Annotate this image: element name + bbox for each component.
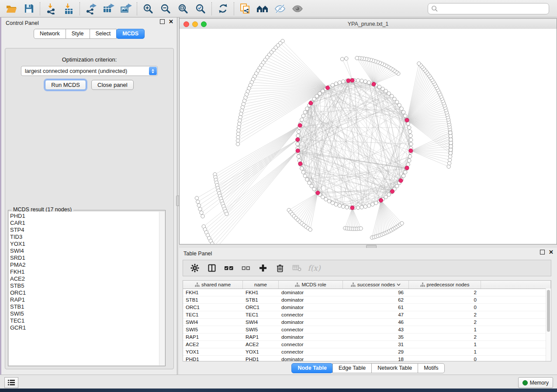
network-node[interactable] bbox=[237, 125, 241, 129]
mcds-node[interactable] bbox=[298, 162, 302, 166]
network-node[interactable] bbox=[447, 165, 450, 168]
table-row[interactable]: SWI4SWI4dominator462 bbox=[183, 319, 551, 326]
window-zoom-icon[interactable] bbox=[201, 21, 207, 27]
delete-column-button[interactable] bbox=[273, 262, 287, 274]
network-node[interactable] bbox=[387, 193, 391, 196]
save-session-button[interactable] bbox=[20, 1, 38, 16]
first-neighbors-button[interactable] bbox=[254, 1, 271, 16]
network-node[interactable] bbox=[409, 138, 413, 141]
network-node[interactable] bbox=[236, 132, 240, 136]
tab-edge-table[interactable]: Edge Table bbox=[332, 363, 372, 373]
network-node[interactable] bbox=[324, 197, 328, 201]
zoom-in-button[interactable] bbox=[139, 1, 157, 16]
close-panel-icon[interactable]: ✕ bbox=[549, 250, 554, 254]
table-row[interactable]: SWI5SWI5connector431 bbox=[183, 326, 551, 334]
network-node[interactable] bbox=[297, 155, 300, 158]
network-node[interactable] bbox=[449, 144, 453, 148]
network-node[interactable] bbox=[449, 141, 453, 144]
mcds-node[interactable] bbox=[372, 82, 376, 86]
mcds-result-item[interactable]: GCR1 bbox=[10, 324, 159, 331]
table-settings-button[interactable] bbox=[188, 262, 201, 274]
table-row[interactable]: FKH1FKH1dominator962 bbox=[183, 289, 551, 296]
network-node[interactable] bbox=[334, 203, 338, 206]
column-header-MCDS-role[interactable]: MCDS role bbox=[279, 281, 343, 289]
mcds-result-item[interactable]: STB5 bbox=[10, 282, 159, 289]
mcds-result-item[interactable]: SWI4 bbox=[10, 248, 159, 254]
network-node[interactable] bbox=[341, 80, 345, 83]
table-row[interactable]: STB1STB1dominator620 bbox=[183, 296, 551, 304]
network-node[interactable] bbox=[367, 204, 370, 207]
network-node[interactable] bbox=[239, 112, 243, 116]
open-session-button[interactable] bbox=[3, 1, 20, 16]
delete-table-button[interactable] bbox=[291, 262, 304, 274]
network-node[interactable] bbox=[239, 115, 242, 119]
mcds-result-item[interactable]: TEC1 bbox=[10, 317, 159, 324]
network-node[interactable] bbox=[341, 205, 345, 208]
network-graph[interactable] bbox=[180, 29, 557, 244]
mcds-result-item[interactable]: FKH1 bbox=[10, 268, 159, 275]
mcds-result-item[interactable]: CAR1 bbox=[10, 220, 159, 227]
network-node[interactable] bbox=[303, 110, 307, 114]
network-node[interactable] bbox=[449, 148, 453, 151]
criterion-dropdown[interactable]: largest connected component (undirected) bbox=[21, 66, 158, 76]
network-node[interactable] bbox=[377, 85, 381, 89]
show-panels-button[interactable] bbox=[4, 377, 18, 388]
network-node[interactable] bbox=[315, 94, 318, 98]
column-header-predecessor-nodes[interactable]: predecessor nodes bbox=[409, 281, 481, 289]
window-minimize-icon[interactable] bbox=[192, 21, 198, 27]
network-node[interactable] bbox=[318, 92, 322, 95]
network-node[interactable] bbox=[321, 195, 325, 199]
network-node[interactable] bbox=[300, 118, 304, 121]
horizontal-splitter[interactable] bbox=[179, 244, 557, 248]
network-node[interactable] bbox=[236, 135, 240, 139]
network-window-titlebar[interactable]: YPA_prune.txt_1 bbox=[180, 19, 557, 29]
table-row[interactable]: ACE2ACE2connector311 bbox=[183, 341, 551, 348]
network-node[interactable] bbox=[198, 207, 202, 211]
mcds-node[interactable] bbox=[399, 179, 403, 182]
hide-selected-button[interactable] bbox=[271, 1, 289, 16]
network-node[interactable] bbox=[201, 214, 204, 218]
table-row[interactable]: PHD1PHD1dominator180 bbox=[183, 356, 551, 361]
network-node[interactable] bbox=[195, 196, 198, 200]
mcds-result-item[interactable]: STB1 bbox=[10, 303, 159, 310]
network-node[interactable] bbox=[334, 82, 338, 86]
network-node[interactable] bbox=[407, 159, 411, 162]
mcds-result-item[interactable]: SWI5 bbox=[10, 310, 159, 317]
mcds-result-item[interactable]: TID3 bbox=[10, 234, 159, 241]
network-node[interactable] bbox=[196, 200, 200, 203]
network-node[interactable] bbox=[345, 57, 348, 60]
network-node[interactable] bbox=[447, 162, 451, 165]
mcds-node[interactable] bbox=[405, 118, 409, 122]
close-panel-icon[interactable]: ✕ bbox=[169, 20, 173, 24]
network-node[interactable] bbox=[331, 201, 334, 205]
network-node[interactable] bbox=[300, 167, 304, 170]
network-node[interactable] bbox=[363, 205, 367, 208]
search-input[interactable] bbox=[428, 3, 549, 14]
network-node[interactable] bbox=[356, 206, 360, 210]
zoom-fit-button[interactable] bbox=[174, 1, 192, 16]
network-node[interactable] bbox=[449, 151, 452, 155]
scrollbar-thumb[interactable] bbox=[547, 290, 550, 332]
network-node[interactable] bbox=[393, 97, 396, 101]
network-node[interactable] bbox=[403, 170, 407, 174]
network-node[interactable] bbox=[384, 195, 387, 199]
mcds-result-item[interactable]: ORC1 bbox=[10, 289, 159, 296]
table-scrollbar[interactable] bbox=[546, 289, 551, 361]
network-node[interactable] bbox=[398, 103, 401, 107]
network-node[interactable] bbox=[401, 174, 405, 178]
network-node[interactable] bbox=[355, 56, 359, 60]
network-node[interactable] bbox=[403, 114, 407, 117]
memory-button[interactable]: Memory bbox=[518, 377, 553, 388]
network-node[interactable] bbox=[448, 158, 451, 162]
network-node[interactable] bbox=[384, 89, 387, 93]
show-all-button[interactable] bbox=[289, 1, 306, 16]
mcds-node[interactable] bbox=[325, 86, 329, 90]
network-node[interactable] bbox=[449, 138, 453, 141]
network-node[interactable] bbox=[338, 204, 341, 207]
network-node[interactable] bbox=[407, 126, 411, 129]
export-network-button[interactable] bbox=[82, 1, 100, 16]
network-node[interactable] bbox=[238, 122, 241, 125]
network-canvas[interactable] bbox=[180, 29, 557, 244]
network-node[interactable] bbox=[401, 110, 405, 114]
export-table-button[interactable] bbox=[100, 1, 117, 16]
